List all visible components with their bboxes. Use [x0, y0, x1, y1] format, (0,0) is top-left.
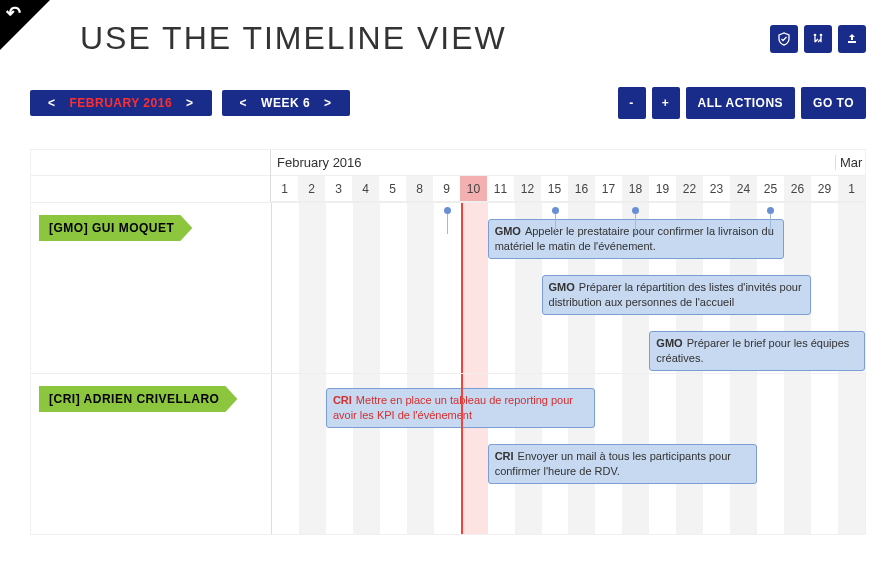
goto-button[interactable]: GO TO	[801, 87, 866, 119]
task-card[interactable]: GMOPréparer le brief pour les équipes cr…	[649, 331, 865, 371]
day-header: 10	[460, 176, 487, 202]
day-header: 29	[811, 176, 838, 202]
week-nav: < WEEK 6 >	[222, 90, 350, 116]
day-header: 9	[433, 176, 460, 202]
day-header: 24	[730, 176, 757, 202]
week-prev-button[interactable]: <	[234, 96, 254, 110]
zoom-out-button[interactable]: -	[618, 87, 646, 119]
task-owner: GMO	[656, 336, 682, 351]
task-card[interactable]: GMOPréparer la répartition des listes d'…	[542, 275, 812, 315]
svg-point-1	[820, 33, 823, 36]
task-text: Mettre en place un tableau de reporting …	[333, 394, 573, 421]
person-flag[interactable]: [GMO] GUI MOQUET	[39, 215, 192, 241]
month-label: FEBRUARY 2016	[62, 96, 181, 110]
task-owner: GMO	[495, 224, 521, 239]
task-card[interactable]: CRIEnvoyer un mail à tous les participan…	[488, 444, 758, 484]
person-flag[interactable]: [CRI] ADRIEN CRIVELLARO	[39, 386, 237, 412]
month-header-next: Mar	[835, 155, 865, 170]
page-title: USE THE TIMELINE VIEW	[80, 20, 507, 57]
day-header: 1	[271, 176, 298, 202]
week-label: WEEK 6	[253, 96, 318, 110]
timeline-marker-icon	[767, 207, 774, 214]
all-actions-button[interactable]: ALL ACTIONS	[686, 87, 796, 119]
day-header: 25	[757, 176, 784, 202]
day-header: 22	[676, 176, 703, 202]
day-header: 3	[325, 176, 352, 202]
svg-point-0	[814, 33, 817, 36]
day-header: 19	[649, 176, 676, 202]
month-nav: < FEBRUARY 2016 >	[30, 90, 212, 116]
day-header: 23	[703, 176, 730, 202]
day-header: 18	[622, 176, 649, 202]
day-header: 2	[298, 176, 325, 202]
day-header: 1	[838, 176, 865, 202]
task-owner: CRI	[495, 449, 514, 464]
task-text: Préparer la répartition des listes d'inv…	[549, 281, 802, 308]
day-header: 8	[406, 176, 433, 202]
day-header: 5	[379, 176, 406, 202]
timeline-marker-icon	[444, 207, 451, 214]
day-header: 16	[568, 176, 595, 202]
today-line	[461, 374, 463, 534]
month-header-main: February 2016	[271, 155, 835, 170]
task-owner: GMO	[549, 280, 575, 295]
back-corner-button[interactable]	[0, 0, 50, 50]
task-text: Préparer le brief pour les équipes créat…	[656, 337, 849, 364]
day-header: 26	[784, 176, 811, 202]
day-header: 17	[595, 176, 622, 202]
week-next-button[interactable]: >	[318, 96, 338, 110]
header-export-icon[interactable]	[838, 25, 866, 53]
timeline-marker-icon	[632, 207, 639, 214]
today-line	[461, 203, 463, 373]
header-action-2-icon[interactable]	[804, 25, 832, 53]
zoom-in-button[interactable]: +	[652, 87, 680, 119]
month-prev-button[interactable]: <	[42, 96, 62, 110]
header-action-1-icon[interactable]	[770, 25, 798, 53]
timeline: February 2016 Mar 1234589101112151617181…	[30, 149, 866, 535]
month-next-button[interactable]: >	[180, 96, 200, 110]
day-header: 12	[514, 176, 541, 202]
task-owner: CRI	[333, 393, 352, 408]
day-header: 4	[352, 176, 379, 202]
day-header: 15	[541, 176, 568, 202]
task-text: Appeler le prestataire pour confirmer la…	[495, 225, 774, 252]
task-text: Envoyer un mail à tous les participants …	[495, 450, 731, 477]
timeline-marker-icon	[552, 207, 559, 214]
day-header: 11	[487, 176, 514, 202]
